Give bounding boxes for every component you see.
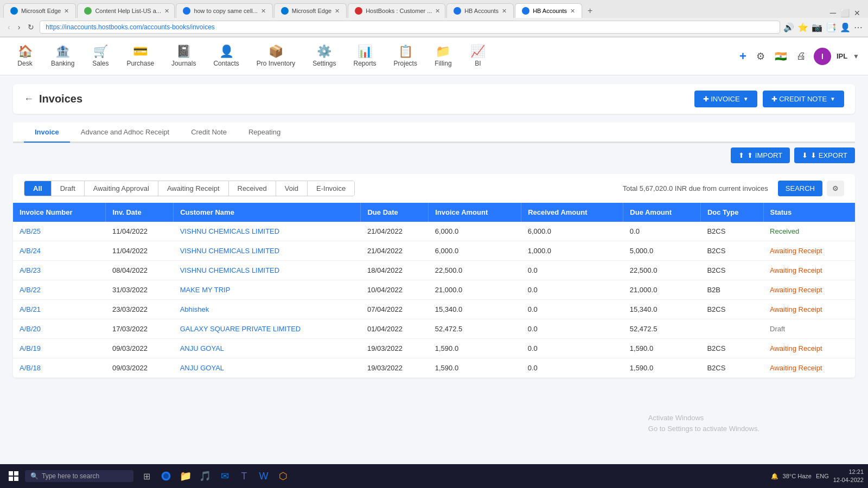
company-dropdown-arrow[interactable]: ▼ [853,53,859,60]
sub-tab-advance[interactable]: Advance and Adhoc Receipt [70,123,180,143]
nav-item-bi[interactable]: 📈 BI [462,41,494,72]
address-bar-row: ‹ › ↻ 🔊 ⭐ 📷 📑 👤 ⋯ [0,18,868,37]
browser-tab-3[interactable]: how to copy same cell... ✕ [176,3,272,18]
collections-icon[interactable]: 📑 [826,22,837,33]
back-nav-button[interactable]: ‹ [5,22,12,33]
taskbar-search[interactable]: 🔍 Type here to search [25,470,133,477]
filter-tab-awaiting-receipt[interactable]: Awaiting Receipt [158,181,229,196]
nav-item-journals[interactable]: 📓 Journals [164,41,203,72]
nav-item-projects[interactable]: 📋 Projects [386,41,425,72]
nav-item-purchase[interactable]: 💳 Purchase [119,41,162,72]
table-cell: 19/03/2022 [361,358,429,378]
table-cell[interactable]: A/B/24 [13,241,106,261]
table-cell[interactable]: A/B/21 [13,300,106,319]
browser-tab-1[interactable]: Microsoft Edge ✕ [3,3,76,18]
table-cell: 09/03/2022 [106,339,174,358]
nav-item-sales[interactable]: 🛒 Sales [84,41,117,72]
settings-gear-button[interactable]: ⚙ [754,48,767,65]
filling-icon: 📁 [436,46,450,57]
sub-tab-repeating[interactable]: Repeating [238,123,291,143]
table-cell[interactable]: A/B/22 [13,280,106,300]
favorites-icon[interactable]: ⭐ [797,22,808,33]
taskbar-explorer-icon[interactable]: 📁 [177,467,194,477]
main-content: ← Invoices ✚ INVOICE ▼ ✚ CREDIT NOTE ▼ I… [0,75,868,477]
close-tab-6[interactable]: ✕ [502,8,507,15]
taskbar-spotify-icon[interactable]: 🎵 [196,467,214,477]
table-cell[interactable]: GALAXY SQUARE PRIVATE LIMITED [174,319,361,339]
close-tab-2[interactable]: ✕ [164,8,169,15]
new-tab-button[interactable]: + [583,4,597,18]
nav-item-settings[interactable]: ⚙️ Settings [305,41,343,72]
table-cell[interactable]: A/B/23 [13,261,106,280]
nav-item-contacts[interactable]: 👤 Contacts [206,41,246,72]
table-settings-button[interactable]: ⚙ [827,181,844,196]
profile-icon[interactable]: 👤 [840,22,851,33]
browser-tab-7[interactable]: HB Accounts ✕ [515,3,582,18]
close-tab-7[interactable]: ✕ [570,8,575,15]
browser-tab-4[interactable]: Microsoft Edge ✕ [274,3,347,18]
filter-tab-received[interactable]: Received [229,181,276,196]
table-cell: 21/04/2022 [361,222,429,241]
filter-tab-awaiting-approval[interactable]: Awaiting Approval [85,181,158,196]
browser-tab-6[interactable]: HB Accounts ✕ [446,3,514,18]
table-cell[interactable]: VISHNU CHEMICALS LIMITED [174,261,361,280]
close-tab-1[interactable]: ✕ [64,8,69,15]
table-cell[interactable]: A/B/20 [13,319,106,339]
browser-tab-5[interactable]: HostBooks : Customer ... ✕ [348,3,445,18]
taskbar-task-view[interactable]: ⊞ [138,467,155,477]
export-button[interactable]: ⬇ ⬇ EXPORT [794,147,855,163]
table-cell[interactable]: MAKE MY TRIP [174,280,361,300]
read-aloud-icon[interactable]: 🔊 [783,22,794,33]
table-cell[interactable]: VISHNU CHEMICALS LIMITED [174,222,361,241]
filter-tab-void[interactable]: Void [276,181,308,196]
close-tab-5[interactable]: ✕ [435,8,440,15]
sub-tab-invoice[interactable]: Invoice [24,123,70,143]
nav-item-reports[interactable]: 📊 Reports [346,41,384,72]
filter-tab-draft[interactable]: Draft [52,181,85,196]
nav-item-filling[interactable]: 📁 Filling [427,41,459,72]
nav-item-desk[interactable]: 🏠 Desk [9,41,41,72]
table-cell[interactable]: A/B/19 [13,339,106,358]
close-tab-3[interactable]: ✕ [261,8,266,15]
close-tab-4[interactable]: ✕ [335,8,340,15]
refresh-button[interactable]: ↻ [25,22,36,33]
filter-tab-e-invoice[interactable]: E-Invoice [308,181,354,196]
search-button[interactable]: SEARCH [778,181,822,196]
close-button[interactable]: ✕ [854,9,860,17]
sub-tab-credit-note[interactable]: Credit Note [180,123,238,143]
nav-item-banking[interactable]: 🏦 Banking [43,41,82,72]
nav-items: 🏠 Desk 🏦 Banking 🛒 Sales 💳 Purchase 📓 Jo… [9,41,737,72]
table-cell[interactable]: ANJU GOYAL [174,358,361,378]
screenshot-icon[interactable]: 📷 [812,22,822,33]
nav-item-pro-inventory[interactable]: 📦 Pro Inventory [249,41,303,72]
import-button[interactable]: ⬆ ⬆ IMPORT [731,147,790,163]
browser-tab-2[interactable]: Content Help List-US a... ✕ [77,3,175,18]
taskbar-word-icon[interactable]: W [255,467,272,477]
taskbar-clock: 12:21 12-04-2022 [833,468,864,477]
taskbar-mail-icon[interactable]: ✉ [216,467,233,477]
extensions-icon[interactable]: ⋯ [854,22,863,33]
forward-nav-button[interactable]: › [16,22,23,33]
table-cell[interactable]: Abhishek [174,300,361,319]
taskbar-app-icon[interactable]: ⬡ [275,467,292,477]
minimize-button[interactable]: ─ [830,8,836,18]
start-button[interactable] [4,467,23,477]
invoice-button[interactable]: ✚ INVOICE ▼ [694,91,757,107]
address-bar-input[interactable] [40,21,780,34]
table-cell[interactable]: A/B/25 [13,222,106,241]
bi-icon: 📈 [470,46,485,57]
print-button[interactable]: 🖨 [794,48,808,64]
table-cell[interactable]: A/B/18 [13,358,106,378]
restore-button[interactable]: ⬜ [840,9,850,17]
table-cell[interactable]: VISHNU CHEMICALS LIMITED [174,241,361,261]
taskbar-teams-icon[interactable]: T [235,467,253,477]
table-cell[interactable]: ANJU GOYAL [174,339,361,358]
flag-button[interactable]: 🇮🇳 [773,48,789,65]
add-button[interactable]: + [737,47,749,66]
filter-tab-all[interactable]: All [24,181,52,196]
back-button[interactable]: ← [24,93,34,105]
table-cell: 22,500.0 [623,261,701,280]
credit-note-button[interactable]: ✚ CREDIT NOTE ▼ [763,91,844,107]
taskbar-edge-icon[interactable] [157,467,175,477]
taskbar-notify-icon[interactable]: 🔔 [771,473,778,477]
